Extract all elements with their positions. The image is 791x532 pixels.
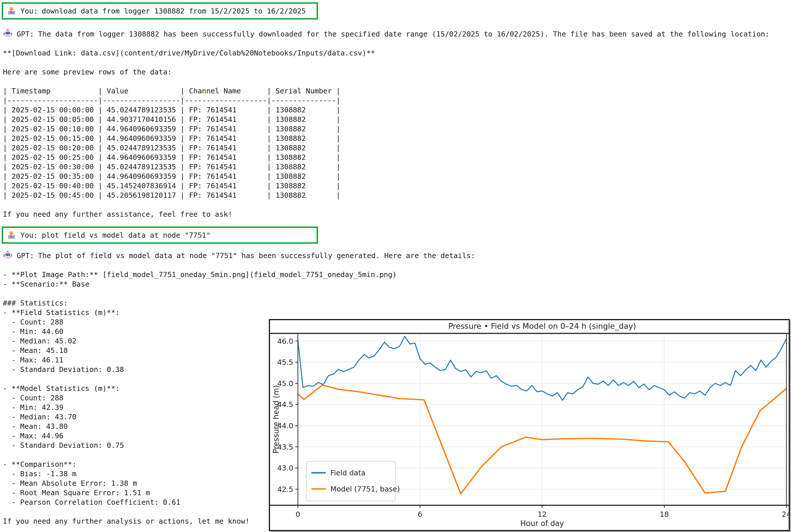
table-row: | 2025-02-15 00:15:00 | 44.9640960693359… [3, 134, 791, 143]
y-tick-label: 46.0 [277, 337, 293, 345]
assist-line-1: If you need any further assistance, feel… [3, 210, 791, 219]
table-row: | 2025-02-15 00:25:00 | 44.9640960693359… [3, 153, 791, 162]
download-link[interactable]: **[Download Link: data.csv](content/driv… [3, 48, 791, 58]
table-row: | 2025-02-15 00:35:00 | 44.9640960693359… [3, 172, 791, 181]
gpt-message-label: GPT: [17, 251, 34, 260]
legend-label-0: Field data [331, 469, 365, 477]
user-message-text: plot field vs model data at node "7751" [42, 230, 210, 240]
table-row: | 2025-02-15 00:10:00 | 44.9640960693359… [3, 124, 791, 134]
gpt-message-text: The plot of field vs model data at node … [38, 251, 475, 260]
statistics-heading: ### Statistics: [3, 298, 791, 308]
legend-label-1: Model (7751, base) [331, 485, 400, 493]
table-row: | 2025-02-15 00:40:00 | 45.1452407836914… [3, 181, 791, 191]
x-tick-label: 24 [782, 510, 789, 518]
pressure-chart: 42.543.043.544.044.545.045.546.006121824… [270, 320, 789, 530]
robot-icon [3, 29, 13, 39]
x-tick-label: 18 [660, 510, 669, 518]
x-tick-label: 12 [538, 510, 547, 518]
x-tick-label: 0 [296, 510, 300, 518]
table-row: | 2025-02-15 00:20:00 | 45.0244789123535… [3, 143, 791, 153]
y-axis-label: Pressure head (m) [272, 385, 280, 454]
table-row: | 2025-02-15 00:00:00 | 45.0244789123535… [3, 105, 791, 115]
x-tick-label: 6 [418, 510, 422, 518]
gpt-message-label: GPT: [17, 29, 34, 39]
gpt-message-1: GPT: The data from logger 1308882 has be… [3, 29, 791, 39]
y-tick-label: 42.5 [277, 485, 293, 493]
pressure-chart-figure: 42.543.043.544.044.545.045.546.006121824… [269, 319, 790, 531]
user-message-box-2: You: plot field vs model data at node "7… [2, 227, 318, 244]
table-separator-row: |---------------------|-----------------… [3, 96, 791, 105]
plot-details: - **Plot Image Path:** [field_model_7751… [3, 270, 791, 289]
stats-block-title: - **Field Statistics (m)**: [3, 308, 791, 317]
y-tick-label: 43.0 [277, 464, 293, 472]
user-message-label: You: [20, 230, 38, 240]
gpt-message-2: GPT: The plot of field vs model data at … [3, 251, 791, 260]
x-axis-label: Hour of day [520, 519, 564, 528]
gpt-message-text: The data from logger 1308882 has been su… [38, 29, 769, 39]
user-technologist-icon [6, 230, 16, 240]
y-tick-label: 45.5 [277, 358, 293, 366]
table-row: | 2025-02-15 00:45:00 | 45.2056198120117… [3, 191, 791, 200]
user-message-label: You: [20, 6, 38, 16]
table-row: | 2025-02-15 00:30:00 | 45.0244789123535… [3, 162, 791, 172]
robot-icon [3, 251, 13, 260]
user-technologist-icon [6, 6, 16, 16]
user-message-box-1: You: download data from logger 1308882 f… [2, 2, 318, 20]
chart-title: Pressure • Field vs Model on 0–24 h (sin… [448, 322, 636, 330]
user-message-text: download data from logger 1308882 from 1… [42, 6, 306, 16]
table-header-row: | Timestamp | Value | Channel Name | Ser… [3, 86, 791, 96]
preview-intro: Here are some preview rows of the data: [3, 67, 791, 77]
table-row: | 2025-02-15 00:05:00 | 44.9037170410156… [3, 115, 791, 124]
plot-detail-line: - **Scenario:** Base [3, 279, 791, 289]
plot-detail-line: - **Plot Image Path:** [field_model_7751… [3, 270, 791, 279]
preview-table: | Timestamp | Value | Channel Name | Ser… [3, 86, 791, 200]
legend-box [306, 461, 395, 501]
